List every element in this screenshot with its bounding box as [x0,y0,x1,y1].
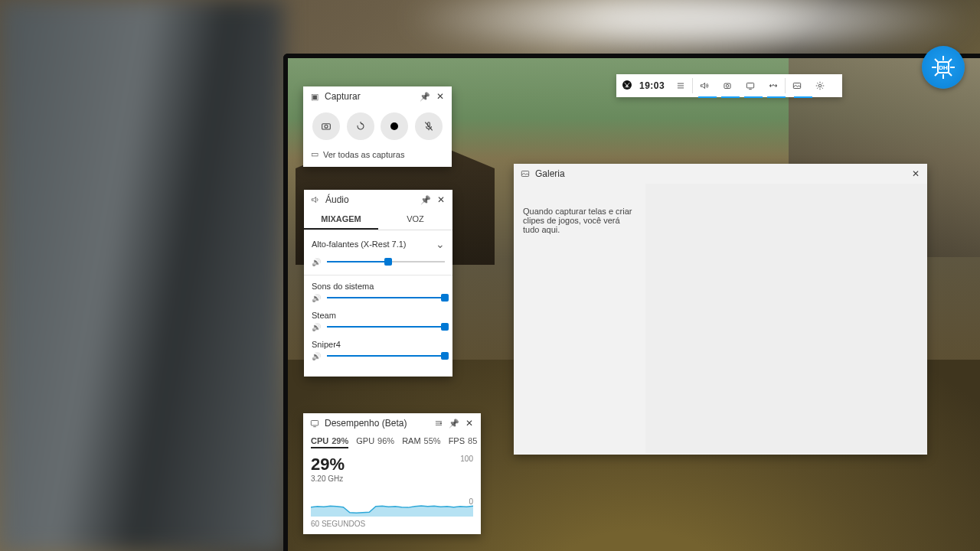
game-volume-slider[interactable] [327,350,445,361]
svg-point-5 [818,84,822,87]
gallery-widget-button[interactable] [786,74,808,97]
output-device-name: Alto-falantes (X-Rest 7.1) [312,240,407,249]
audio-widget-button[interactable] [693,74,716,97]
steam-label: Steam [312,311,445,320]
audio-icon [310,194,321,205]
perf-sparkline [311,483,473,517]
x-axis-label: 60 SEGUNDOS [303,520,481,534]
gallery-icon [520,168,531,179]
view-captures-link[interactable]: Ver todas as capturas [303,145,452,167]
perf-options-button[interactable] [433,418,444,429]
close-button[interactable] [436,194,446,205]
output-device-select[interactable]: Alto-falantes (X-Rest 7.1) [312,236,445,255]
tab-voz[interactable]: VOZ [378,210,452,230]
system-sounds-label: Sons do sistema [312,282,445,291]
svg-point-2 [726,85,729,88]
active-underline [767,96,786,98]
screenshot-button[interactable] [312,112,340,140]
close-button[interactable] [464,418,475,429]
perf-widget-button[interactable] [739,74,762,97]
active-underline [744,96,763,98]
svg-rect-4 [794,83,801,89]
svg-point-0 [622,80,632,90]
gallery-preview-pane [645,184,927,453]
svg-rect-3 [747,83,754,88]
svg-point-10 [440,422,442,424]
light-bloom [398,0,980,61]
svg-text:DH: DH [939,64,948,71]
gallery-empty-text: Quando capturar telas e criar clipes de … [523,207,632,234]
capture-icon [309,91,320,102]
capture-title: Capturar [325,91,361,102]
svg-point-7 [325,125,328,128]
svg-rect-11 [521,171,528,177]
gallery-title: Galeria [535,168,565,179]
steam-volume-slider[interactable] [327,321,445,332]
perf-icon [309,418,320,429]
record-last-button[interactable] [347,112,374,140]
pin-button[interactable] [449,418,459,429]
xbox-icon[interactable] [616,79,638,93]
game-label: Sniper4 [312,340,445,349]
svg-rect-1 [724,83,730,88]
close-button[interactable] [910,168,921,179]
y-max-label: 100 [460,455,473,463]
xbox-social-button[interactable] [762,74,785,97]
capture-widget: Capturar Ver todas as capturas [303,86,452,167]
active-underline [794,96,812,98]
perf-tab-fps[interactable]: FPS85 [449,436,478,448]
channel-badge: DH [922,46,965,89]
perf-tab-ram[interactable]: RAM55% [402,436,440,448]
perf-big-value: 29% [311,455,473,474]
record-button[interactable] [381,112,408,140]
tab-mixagem[interactable]: MIXAGEM [304,210,378,230]
clock: 19:03 [638,80,669,91]
close-button[interactable] [435,91,446,102]
capture-widget-button[interactable] [716,74,739,97]
gallery-widget: Galeria Quando capturar telas e criar cl… [514,164,927,455]
audio-title: Áudio [325,194,349,205]
perf-title: Desempenho (Beta) [325,418,407,429]
active-underline [698,96,717,98]
pin-button[interactable] [420,194,431,205]
menu-button[interactable] [669,74,692,97]
pin-button[interactable] [420,91,430,102]
svg-rect-6 [322,124,331,129]
active-underline [721,96,740,98]
perf-ghz: 3.20 GHz [311,474,473,483]
view-captures-label: Ver todas as capturas [323,150,404,159]
gamebar-topbar: 19:03 [616,74,842,97]
mic-toggle-button[interactable] [415,112,443,140]
audio-widget: Áudio MIXAGEM VOZ Alto-falantes (X-Rest … [304,190,452,377]
y-min-label: 0 [469,497,473,506]
perf-tab-cpu[interactable]: CPU29% [311,436,348,448]
master-volume-slider[interactable] [327,256,445,267]
svg-rect-9 [311,421,318,425]
settings-button[interactable] [808,74,831,97]
system-volume-slider[interactable] [327,292,445,303]
divider [304,275,452,276]
blurred-room [0,0,283,551]
perf-tab-gpu[interactable]: GPU96% [356,436,394,448]
performance-widget: Desempenho (Beta) CPU29% GPU96% RAM55% F… [303,413,481,534]
